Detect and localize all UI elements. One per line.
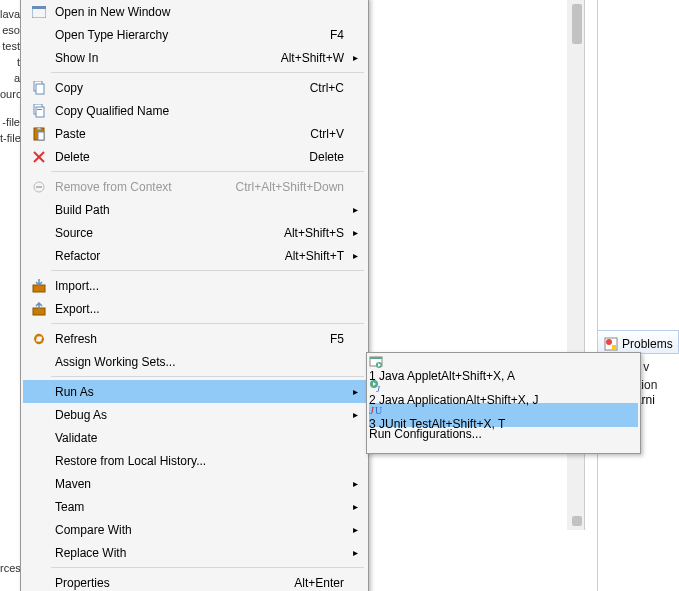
export-icon	[29, 301, 49, 317]
menu-item-compare-with[interactable]: Compare With▸	[23, 518, 366, 541]
menu-item-label: Build Path	[55, 203, 344, 217]
menu-item-shortcut: F5	[330, 332, 344, 346]
menu-item-shortcut: Alt+Shift+X, J	[466, 393, 539, 407]
menu-item-label: Source	[55, 226, 276, 240]
svg-text:J: J	[376, 384, 381, 393]
submenu-arrow-icon: ▸	[350, 204, 360, 215]
blank-icon	[29, 499, 49, 515]
blank-icon	[29, 248, 49, 264]
menu-item-open-type-hierarchy[interactable]: Open Type HierarchyF4	[23, 23, 366, 46]
menu-item-replace-with[interactable]: Replace With▸	[23, 541, 366, 564]
svg-rect-15	[38, 132, 44, 140]
problems-tab[interactable]: Problems	[598, 330, 679, 354]
menu-item-label: Remove from Context	[55, 180, 228, 194]
menu-separator	[51, 323, 364, 324]
blank-icon	[29, 27, 49, 43]
menu-item-label: Import...	[55, 279, 344, 293]
submenu-arrow-icon: ▸	[350, 227, 360, 238]
menu-item-show-in[interactable]: Show InAlt+Shift+W▸	[23, 46, 366, 69]
menu-item-shortcut: Ctrl+V	[310, 127, 344, 141]
menu-item-assign-working-sets[interactable]: Assign Working Sets...	[23, 350, 366, 373]
copy-icon	[29, 80, 49, 96]
menu-item-shortcut: Delete	[309, 150, 344, 164]
menu-item-refresh[interactable]: RefreshF5	[23, 327, 366, 350]
svg-rect-2	[612, 345, 616, 349]
submenu-arrow-icon: ▸	[350, 501, 360, 512]
menu-item-shortcut: Ctrl+Alt+Shift+Down	[236, 180, 344, 194]
menu-item-label: 1 Java Applet	[369, 369, 441, 383]
copy-qual-icon	[29, 103, 49, 119]
remove-icon	[29, 179, 49, 195]
menu-item-run-as[interactable]: Run As▸	[23, 380, 366, 403]
menu-item-team[interactable]: Team▸	[23, 495, 366, 518]
menu-item-debug-as[interactable]: Debug As▸	[23, 403, 366, 426]
menu-item-label: Refresh	[55, 332, 322, 346]
menu-item-open-in-new-window[interactable]: Open in New Window	[23, 0, 366, 23]
blank-icon	[29, 407, 49, 423]
menu-item-label: Assign Working Sets...	[55, 355, 344, 369]
menu-item-restore-from-local-history[interactable]: Restore from Local History...	[23, 449, 366, 472]
menu-item-delete[interactable]: DeleteDelete	[23, 145, 366, 168]
menu-item-label: Run As	[55, 385, 344, 399]
menu-item-shortcut: Alt+Shift+S	[284, 226, 344, 240]
svg-rect-9	[36, 84, 44, 94]
menu-item-label: Run Configurations...	[369, 427, 482, 441]
menu-item-import[interactable]: Import...	[23, 274, 366, 297]
submenu-arrow-icon: ▸	[350, 524, 360, 535]
svg-text:U: U	[375, 405, 383, 416]
menu-item-paste[interactable]: PasteCtrl+V	[23, 122, 366, 145]
menu-item-shortcut: Alt+Shift+X, A	[441, 369, 514, 383]
submenu-arrow-icon: ▸	[350, 386, 360, 397]
blank-icon	[29, 545, 49, 561]
menu-item-shortcut: Alt+Enter	[294, 576, 344, 590]
menu-item-shortcut: Ctrl+C	[310, 81, 344, 95]
menu-item-label: Open in New Window	[55, 5, 344, 19]
menu-item-export[interactable]: Export...	[23, 297, 366, 320]
menu-item-label: Open Type Hierarchy	[55, 28, 322, 42]
applet-icon	[369, 355, 638, 369]
menu-separator	[51, 376, 364, 377]
submenu-arrow-icon: ▸	[350, 478, 360, 489]
scrollbar-thumb-bottom[interactable]	[572, 516, 582, 526]
submenu-arrow-icon: ▸	[350, 409, 360, 420]
menu-item-shortcut: Alt+Shift+W	[281, 51, 344, 65]
problems-icon	[604, 337, 618, 351]
menu-item-build-path[interactable]: Build Path▸	[23, 198, 366, 221]
problems-tab-label: Problems	[622, 337, 673, 351]
menu-item-label: Copy Qualified Name	[55, 104, 344, 118]
svg-rect-12	[37, 109, 42, 110]
menu-item-validate[interactable]: Validate	[23, 426, 366, 449]
submenu-item-1-java-applet[interactable]: 1 Java AppletAlt+Shift+X, A	[369, 355, 638, 379]
menu-item-label: Restore from Local History...	[55, 454, 344, 468]
menu-item-maven[interactable]: Maven▸	[23, 472, 366, 495]
blank-icon	[29, 575, 49, 591]
menu-item-label: 2 Java Application	[369, 393, 466, 407]
paste-icon	[29, 126, 49, 142]
blank-icon	[29, 202, 49, 218]
blank-icon	[29, 430, 49, 446]
menu-item-source[interactable]: SourceAlt+Shift+S▸	[23, 221, 366, 244]
submenu-arrow-icon: ▸	[350, 52, 360, 63]
menu-item-properties[interactable]: PropertiesAlt+Enter	[23, 571, 366, 591]
refresh-icon	[29, 331, 49, 347]
blank-icon	[29, 522, 49, 538]
package-explorer-fragment: lava eso test t a ourc -file t-file	[0, 0, 20, 591]
context-menu: Open in New Window Open Type HierarchyF4…	[20, 0, 369, 591]
menu-item-label: Properties	[55, 576, 286, 590]
menu-separator	[51, 270, 364, 271]
svg-rect-11	[36, 107, 44, 117]
menu-item-label: Export...	[55, 302, 344, 316]
scrollbar-thumb[interactable]	[572, 4, 582, 44]
menu-item-label: Copy	[55, 81, 302, 95]
svg-rect-21	[33, 308, 45, 315]
menu-item-copy-qualified-name[interactable]: Copy Qualified Name	[23, 99, 366, 122]
menu-item-label: Refactor	[55, 249, 277, 263]
menu-item-label: Validate	[55, 431, 344, 445]
menu-item-remove-from-context: Remove from ContextCtrl+Alt+Shift+Down	[23, 175, 366, 198]
menu-item-label: Maven	[55, 477, 344, 491]
window-icon	[29, 4, 49, 20]
svg-rect-7	[32, 6, 46, 9]
menu-item-refactor[interactable]: RefactorAlt+Shift+T▸	[23, 244, 366, 267]
menu-separator	[51, 72, 364, 73]
menu-item-copy[interactable]: CopyCtrl+C	[23, 76, 366, 99]
